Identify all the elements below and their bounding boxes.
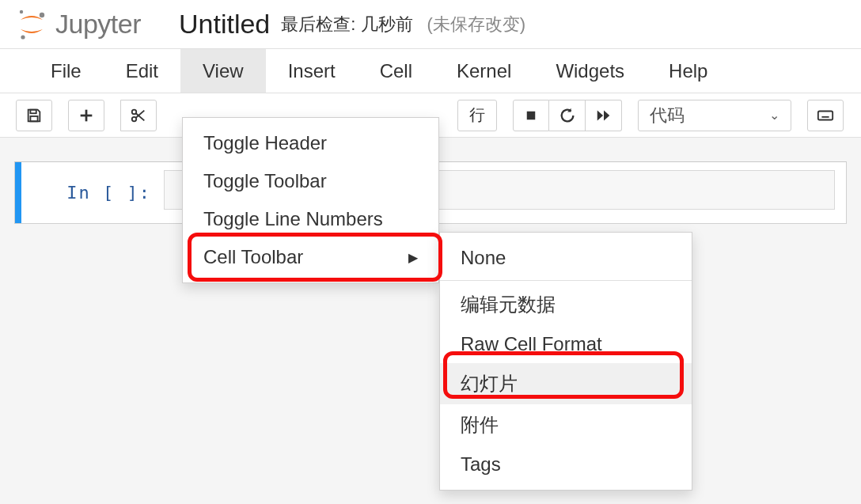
menu-item-label: 幻灯片 [461,371,518,396]
celltoolbar-raw-format[interactable]: Raw Cell Format [440,325,692,363]
svg-point-8 [132,116,137,121]
menu-file[interactable]: File [28,49,104,93]
menu-item-label: Toggle Toolbar [203,170,327,192]
menu-insert[interactable]: Insert [266,49,358,93]
interrupt-button[interactable] [513,100,549,131]
edit-group [120,100,157,131]
menu-item-label: None [461,247,506,269]
menu-help[interactable]: Help [647,49,730,93]
svg-rect-3 [30,109,36,113]
svg-marker-12 [597,110,602,120]
fast-forward-icon [595,107,613,124]
celltoolbar-slideshow[interactable]: 幻灯片 [440,363,692,404]
view-dropdown: Toggle Header Toggle Toolbar Toggle Line… [182,117,439,283]
menu-view[interactable]: View [180,49,266,93]
svg-rect-4 [30,116,37,120]
add-cell-button[interactable] [68,100,104,131]
cell-toolbar-item[interactable]: Cell Toolbar ▶ [183,238,438,276]
checkpoint-status: 最后检查: 几秒前 [281,13,412,36]
menubar: File Edit View Insert Cell Kernel Widget… [0,49,861,93]
svg-point-7 [132,109,137,114]
menu-edit[interactable]: Edit [104,49,180,93]
toggle-header-item[interactable]: Toggle Header [183,124,438,162]
cut-button[interactable] [120,100,157,131]
scissors-icon [130,107,147,124]
celltoolbar-tags[interactable]: Tags [440,445,692,483]
cell-type-value: 代码 [650,104,685,127]
save-icon [25,107,43,124]
restart-icon [559,107,576,124]
cell-toolbar-submenu: None 编辑元数据 Raw Cell Format 幻灯片 附件 Tags [439,232,692,491]
celltoolbar-attachments[interactable]: 附件 [440,404,692,445]
toggle-line-numbers-item[interactable]: Toggle Line Numbers [183,200,438,238]
menu-kernel[interactable]: Kernel [434,49,533,93]
menu-cell[interactable]: Cell [358,49,434,93]
menu-divider [440,280,692,281]
restart-run-all-button[interactable] [586,100,622,131]
logo[interactable]: Jupyter [11,9,141,40]
svg-marker-13 [604,110,609,120]
cell-select-indicator [15,162,21,223]
save-button[interactable] [16,100,52,131]
kernel-controls [513,100,622,131]
svg-point-0 [20,9,23,13]
keyboard-icon [817,107,834,124]
cell-type-select[interactable]: 代码 ⌄ [638,100,791,131]
svg-rect-14 [818,111,833,119]
submenu-arrow-icon: ▶ [408,250,418,265]
menu-item-label: Raw Cell Format [461,333,602,355]
svg-point-2 [21,35,25,39]
logo-text: Jupyter [55,9,141,40]
toggle-toolbar-item[interactable]: Toggle Toolbar [183,162,438,200]
cell-prompt: In [ ]: [21,162,164,223]
menu-item-label: 编辑元数据 [461,292,556,317]
notebook-title[interactable]: Untitled [179,9,270,40]
menu-item-label: 附件 [461,412,499,438]
menu-item-label: Tags [461,453,501,476]
celltoolbar-edit-metadata[interactable]: 编辑元数据 [440,284,692,325]
chevron-down-icon: ⌄ [769,108,779,123]
menu-item-label: Toggle Line Numbers [203,208,383,230]
plus-icon [78,107,95,124]
menu-item-label: Toggle Header [203,132,327,154]
restart-button[interactable] [549,100,586,131]
svg-point-1 [40,12,44,17]
celltoolbar-none[interactable]: None [440,239,692,277]
menu-widgets[interactable]: Widgets [533,49,647,93]
jupyter-logo-icon [16,9,47,40]
stop-icon [524,108,538,123]
command-palette-button[interactable] [807,100,844,131]
run-partial-label: 行 [469,104,485,126]
notebook-header: Jupyter Untitled 最后检查: 几秒前 (未保存改变) [0,0,861,49]
svg-rect-11 [527,111,536,119]
run-partial-button[interactable]: 行 [457,100,497,131]
menu-item-label: Cell Toolbar [203,246,303,268]
autosave-status: (未保存改变) [427,13,526,36]
